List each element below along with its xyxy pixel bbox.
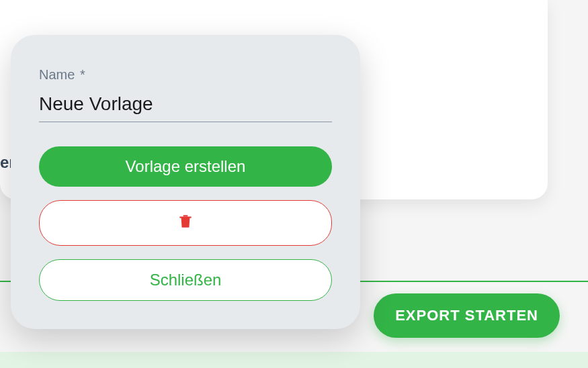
close-button[interactable]: Schließen	[39, 259, 332, 301]
create-template-button[interactable]: Vorlage erstellen	[39, 146, 332, 187]
template-modal: Name * Vorlage erstellen Schließen	[11, 35, 360, 329]
delete-button[interactable]	[39, 200, 332, 246]
required-marker: *	[80, 67, 85, 82]
trash-icon	[177, 212, 194, 234]
name-input[interactable]	[39, 89, 332, 122]
export-start-button[interactable]: EXPORT STARTEN	[374, 293, 560, 338]
name-field-label: Name *	[39, 67, 332, 83]
bottom-tint	[0, 352, 588, 368]
name-label-text: Name	[39, 67, 75, 82]
